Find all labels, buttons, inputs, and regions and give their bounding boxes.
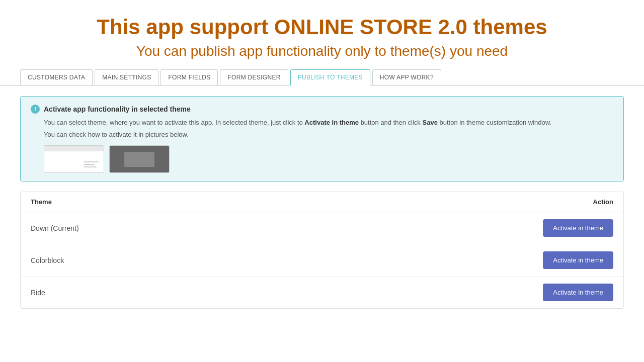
activate-theme-ride-button[interactable]: Activate in theme — [543, 284, 613, 301]
info-title: Activate app functionality in selected t… — [44, 105, 191, 113]
info-icon: ! — [31, 105, 40, 114]
thumbnails — [44, 145, 613, 173]
tabs-container: CUSTOMERS DATA MAIN SETTINGS FORM FIELDS… — [0, 69, 644, 86]
page-title-main: This app support ONLINE STORE 2.0 themes — [10, 15, 634, 39]
activate-theme-colorblock-button[interactable]: Activate in theme — [543, 251, 613, 269]
col-action-label: Action — [593, 198, 613, 206]
thumbnail-line — [84, 161, 99, 162]
info-text-1: You can select theme, where you want to … — [44, 118, 613, 128]
theme-name-down: Down (Current) — [31, 224, 79, 232]
main-content: ! Activate app functionality in selected… — [0, 86, 644, 319]
thumbnail-line — [84, 166, 97, 167]
theme-name-ride: Ride — [31, 289, 45, 297]
table-row: Ride Activate in theme — [21, 277, 623, 308]
theme-name-colorblock: Colorblock — [31, 256, 64, 264]
table-row: Down (Current) Activate in theme — [21, 212, 623, 244]
tab-how-app-work[interactable]: HOW APP WORK? — [372, 69, 441, 85]
activate-theme-down-button[interactable]: Activate in theme — [543, 219, 613, 237]
info-box-header: ! Activate app functionality in selected… — [31, 105, 613, 114]
thumbnail-1-inner — [44, 146, 104, 172]
tab-publish-to-themes[interactable]: PUBLISH TO THEMES — [290, 69, 370, 86]
info-text-2: You can check how to activate it in pict… — [44, 130, 613, 140]
col-theme-label: Theme — [31, 198, 52, 206]
thumbnail-2-screen — [124, 152, 154, 167]
tab-form-designer[interactable]: FORM DESIGNER — [220, 69, 288, 85]
table-row: Colorblock Activate in theme — [21, 244, 623, 277]
thumbnail-line — [84, 164, 95, 165]
themes-table: Theme Action Down (Current) Activate in … — [20, 192, 624, 309]
thumbnail-2 — [109, 145, 170, 173]
page-header: This app support ONLINE STORE 2.0 themes… — [0, 0, 644, 69]
thumbnail-1 — [44, 145, 104, 173]
thumbnail-1-lines — [84, 161, 99, 167]
thumbnail-2-inner — [110, 146, 169, 172]
table-header: Theme Action — [21, 192, 623, 212]
tab-form-fields[interactable]: FORM FIELDS — [160, 69, 218, 85]
tab-main-settings[interactable]: MAIN SETTINGS — [95, 69, 158, 85]
page-title-sub: You can publish app functionality only t… — [10, 43, 634, 59]
info-box: ! Activate app functionality in selected… — [20, 96, 624, 182]
tab-customers-data[interactable]: CUSTOMERS DATA — [20, 69, 93, 85]
